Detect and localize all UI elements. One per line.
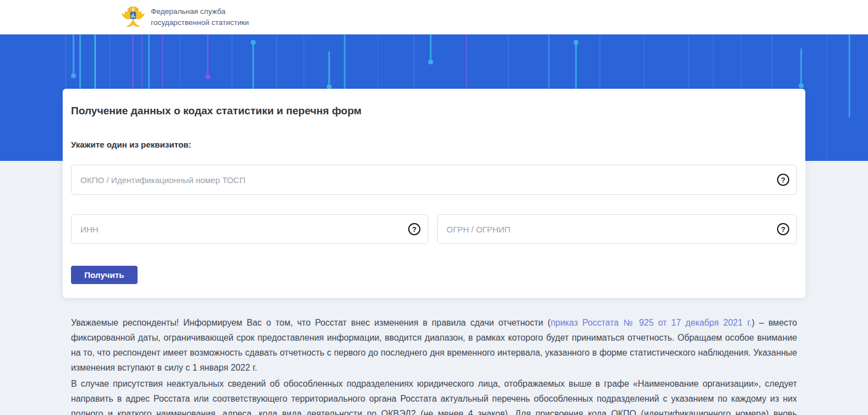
okpo-input[interactable] (71, 165, 797, 195)
okpo-row: ? (71, 165, 797, 195)
banner-decor-dot (71, 73, 76, 78)
notice-paragraph-1: Уважаемые респонденты! Информируем Вас о… (71, 315, 797, 375)
banner-decor-line (328, 51, 330, 84)
main-content: Получение данных о кодах статистики и пе… (0, 89, 868, 415)
okpo-help-icon[interactable]: ? (777, 174, 789, 186)
banner-decor-line (800, 48, 802, 83)
codes-request-card: Получение данных о кодах статистики и пе… (63, 89, 805, 298)
rosstat-emblem-icon (121, 3, 145, 31)
notice-p1-before-link: Уважаемые респонденты! Информируем Вас о… (71, 318, 551, 327)
banner-decor-line (179, 34, 180, 87)
banner-decor-line (148, 34, 150, 95)
org-name: Федеральная служба государственной стати… (151, 6, 249, 28)
inn-help-icon[interactable]: ? (408, 223, 420, 235)
requisites-label: Укажите один из реквизитов: (71, 140, 797, 149)
notice-paragraph-2: В случае присутствия неактуальных сведен… (71, 376, 797, 415)
org-name-line1: Федеральная служба (151, 6, 249, 17)
banner-decor-line (713, 34, 714, 90)
banner-decor-dot (205, 74, 210, 79)
banner-decor-line (207, 34, 209, 74)
notice-block: Уважаемые респонденты! Информируем Вас о… (63, 298, 805, 415)
banner-decor-dot (428, 59, 433, 64)
banner-decor-dot (251, 40, 256, 45)
site-header: Федеральная служба государственной стати… (0, 0, 868, 34)
ogrn-input[interactable] (437, 214, 797, 244)
banner-decor-line (73, 34, 74, 73)
order-925-link[interactable]: приказ Росстата № 925 от 17 декабря 2021… (551, 318, 752, 327)
inn-field-wrap: ? (71, 214, 428, 244)
banner-decor-dot (573, 40, 578, 45)
ogrn-field-wrap: ? (437, 214, 797, 244)
banner-decor-dot (799, 83, 804, 88)
submit-button[interactable]: Получить (71, 266, 138, 284)
inn-input[interactable] (71, 214, 428, 244)
okpo-field-wrap: ? (71, 165, 797, 195)
page-title: Получение данных о кодах статистики и пе… (71, 104, 797, 118)
banner-decor-line (430, 34, 432, 59)
org-name-line2: государственной статистики (151, 17, 249, 28)
ogrn-help-icon[interactable]: ? (777, 223, 789, 235)
banner-decor-line (94, 34, 96, 90)
inn-ogrn-row: ? ? (71, 214, 797, 244)
